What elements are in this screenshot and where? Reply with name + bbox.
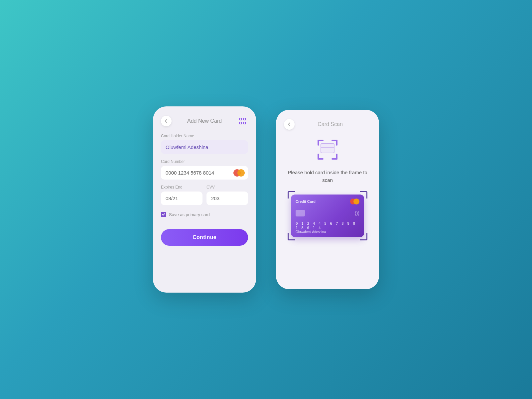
card-scan-area: Credit Card ))) 0 1 2 4 4 5 6 7 8 9 0 1 … xyxy=(288,191,367,240)
cvv-label: CVV xyxy=(206,185,248,190)
svg-rect-0 xyxy=(240,118,242,120)
card-holder-input[interactable] xyxy=(161,140,248,154)
cvv-input[interactable] xyxy=(206,192,248,205)
scan-instructions: Please hold card inside the frame to sca… xyxy=(284,169,371,184)
card-scan-phone: Card Scan Please hold card inside the fr… xyxy=(276,110,379,289)
scan-icon-center xyxy=(284,136,371,163)
scan-phone-title: Card Scan xyxy=(300,121,360,127)
card-chip xyxy=(296,210,305,216)
card-number-label: Card Number xyxy=(161,159,248,164)
svg-rect-2 xyxy=(240,122,242,124)
mc-yellow-circle xyxy=(237,169,245,177)
left-back-button[interactable] xyxy=(161,116,172,126)
svg-rect-9 xyxy=(318,154,319,160)
card-holder-display: Oluwafemi Adeshina xyxy=(296,230,359,234)
card-type-label: Credit Card xyxy=(296,200,316,203)
primary-card-label: Save as primary card xyxy=(169,212,210,217)
card-top-row: Credit Card xyxy=(296,199,359,204)
expires-cvv-row: Expires End CVV xyxy=(161,185,248,210)
expires-label: Expires End xyxy=(161,185,202,190)
primary-card-row: Save as primary card xyxy=(161,212,248,217)
card-chip-row: ))) xyxy=(296,210,359,216)
card-number-display-row: 0 1 2 4 4 5 6 7 8 9 0 1 8 0 1 4 Oluwafem… xyxy=(296,221,359,234)
card-holder-label: Card Holder Name xyxy=(161,134,248,138)
credit-card: Credit Card ))) 0 1 2 4 4 5 6 7 8 9 0 1 … xyxy=(291,195,364,237)
svg-rect-12 xyxy=(321,144,334,153)
card-mastercard-logo xyxy=(350,199,359,204)
left-phone-title: Add New Card xyxy=(187,118,222,124)
scan-back-button[interactable] xyxy=(284,119,295,130)
primary-card-checkbox[interactable] xyxy=(161,212,166,217)
svg-rect-1 xyxy=(244,118,246,120)
svg-rect-5 xyxy=(318,140,319,146)
scan-frame-icon xyxy=(314,136,341,163)
continue-button[interactable]: Continue xyxy=(161,229,248,246)
svg-rect-3 xyxy=(244,122,246,124)
svg-rect-7 xyxy=(336,140,337,146)
expires-group: Expires End xyxy=(161,185,202,205)
card-number-display: 0 1 2 4 4 5 6 7 8 9 0 1 8 0 1 4 xyxy=(296,221,359,230)
right-phone-header: Card Scan xyxy=(284,119,371,130)
card-mc-yellow xyxy=(353,199,359,204)
add-card-phone: Add New Card Card Holder Name Card Numbe… xyxy=(153,106,256,293)
cvv-group: CVV xyxy=(206,185,248,205)
card-nfc-icon: ))) xyxy=(355,210,359,216)
scan-icon-button[interactable] xyxy=(237,116,248,126)
card-number-group: Card Number xyxy=(161,159,248,180)
card-number-row xyxy=(161,166,248,180)
svg-rect-11 xyxy=(336,154,337,160)
left-phone-header: Add New Card xyxy=(161,116,248,126)
card-holder-group: Card Holder Name xyxy=(161,134,248,154)
mastercard-logo xyxy=(233,169,245,177)
expires-input[interactable] xyxy=(161,192,202,205)
